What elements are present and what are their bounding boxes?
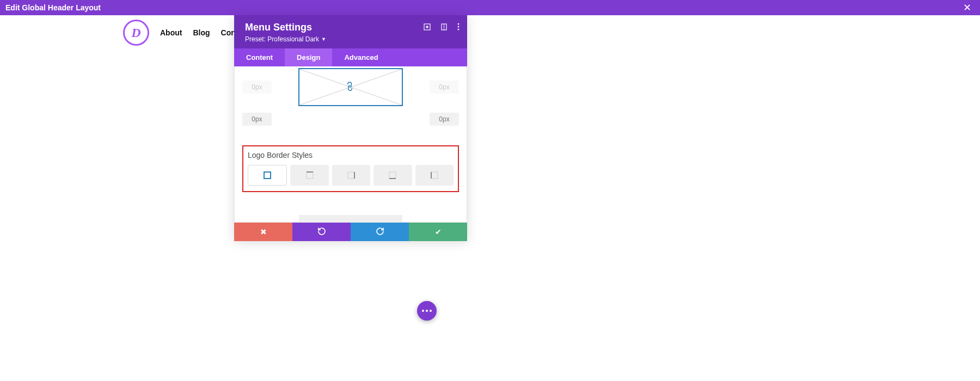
svg-rect-10 [307, 172, 313, 179]
site-logo: D [123, 20, 149, 46]
svg-point-6 [458, 29, 460, 30]
panel-header: Menu Settings Preset: Professional Dark … [234, 15, 467, 48]
spacing-bottom-right[interactable]: 0px [430, 113, 459, 126]
tab-design[interactable]: Design [285, 48, 332, 66]
nav-blog[interactable]: Blog [193, 28, 210, 37]
svg-rect-1 [426, 26, 428, 28]
tablet-icon[interactable] [440, 23, 448, 32]
dot-icon [430, 310, 432, 312]
svg-point-4 [458, 23, 460, 25]
link-preview-box[interactable] [298, 68, 403, 106]
cancel-button[interactable]: ✖ [234, 223, 292, 241]
save-button[interactable]: ✔ [409, 223, 467, 241]
border-opt-bottom[interactable] [373, 165, 412, 186]
logo-border-styles-section: Logo Border Styles [242, 145, 459, 192]
nav-links: About Blog Cont [160, 28, 238, 37]
chevron-down-icon: ▼ [321, 36, 326, 42]
border-opt-all[interactable] [248, 165, 287, 186]
svg-point-5 [458, 26, 460, 28]
svg-rect-16 [431, 172, 438, 179]
panel-tabs: Content Design Advanced [234, 48, 467, 66]
border-preview [299, 215, 402, 223]
undo-icon [317, 227, 326, 237]
border-opt-left[interactable] [415, 165, 454, 186]
settings-panel: Menu Settings Preset: Professional Dark … [234, 15, 467, 241]
action-bar: ✖ ✔ [234, 223, 467, 241]
spacing-row-top: 0px 0px [242, 68, 459, 106]
border-opt-right[interactable] [332, 165, 370, 186]
dot-icon [426, 310, 428, 312]
spacing-top-left[interactable]: 0px [242, 81, 272, 94]
panel-preset[interactable]: Preset: Professional Dark ▼ [245, 35, 456, 43]
check-icon: ✔ [435, 228, 442, 236]
close-icon: ✖ [260, 228, 267, 236]
nav-about[interactable]: About [160, 28, 182, 37]
top-bar: Edit Global Header Layout ✕ [0, 0, 980, 15]
close-icon[interactable]: ✕ [960, 2, 975, 14]
site-header: D About Blog Cont [0, 15, 980, 50]
scrollbar-thumb[interactable] [467, 162, 467, 174]
spacing-bottom-left[interactable]: 0px [242, 113, 272, 126]
top-bar-title: Edit Global Header Layout [5, 3, 101, 12]
kebab-menu-icon[interactable] [457, 23, 460, 32]
fab-more[interactable] [417, 301, 437, 321]
section-label: Logo Border Styles [248, 151, 454, 159]
svg-rect-9 [264, 172, 271, 179]
tab-advanced[interactable]: Advanced [332, 48, 390, 66]
svg-rect-14 [389, 172, 396, 179]
tab-content[interactable]: Content [234, 48, 285, 66]
dot-icon [422, 310, 424, 312]
undo-button[interactable] [292, 223, 351, 241]
svg-rect-12 [348, 172, 354, 179]
spacing-top-right[interactable]: 0px [430, 81, 459, 94]
border-options [248, 165, 454, 186]
expand-icon[interactable] [424, 23, 431, 32]
redo-icon [376, 227, 384, 237]
panel-body: 0px 0px 0px 0px Logo Border Styles [234, 66, 467, 223]
redo-button[interactable] [351, 223, 409, 241]
spacing-row-bottom: 0px 0px [242, 113, 459, 126]
border-opt-top[interactable] [290, 165, 328, 186]
panel-header-icons [424, 23, 460, 32]
